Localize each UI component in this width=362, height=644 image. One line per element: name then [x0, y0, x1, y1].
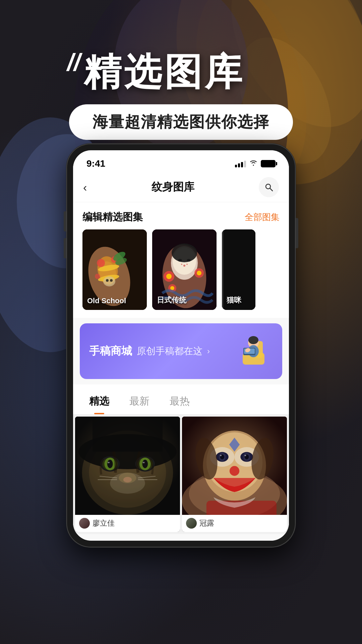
tiger-card-footer: 廖立佳: [75, 515, 180, 532]
svg-point-28: [172, 244, 197, 262]
phone-mockup: 9:41: [67, 144, 295, 547]
svg-point-60: [108, 462, 110, 463]
wifi-icon: [249, 159, 257, 168]
back-button[interactable]: ‹: [83, 181, 87, 194]
hero-title: 精选图库: [84, 47, 245, 98]
image-grid: 廖立佳: [73, 415, 289, 534]
editor-picks-section: 编辑精选图集 全部图集: [73, 202, 289, 229]
svg-rect-41: [222, 229, 223, 310]
signal-bar-4: [244, 161, 246, 167]
quote-marks: //: [67, 50, 80, 74]
author-name-liao: 廖立佳: [93, 518, 115, 528]
gallery-scroll[interactable]: Old School: [73, 229, 289, 318]
svg-point-14: [97, 259, 105, 267]
svg-point-38: [181, 264, 182, 265]
card-label-japanese: 日式传统: [157, 295, 186, 305]
svg-point-84: [220, 455, 222, 456]
promo-banner[interactable]: 手稿商城 原创手稿都在这 ›: [80, 323, 282, 379]
signal-bar-2: [238, 163, 240, 167]
svg-point-29: [178, 259, 182, 262]
tab-hottest[interactable]: 最热: [163, 391, 196, 414]
banner-text-group: 手稿商城 原创手稿都在这 ›: [89, 344, 210, 359]
signal-bar-1: [235, 165, 237, 167]
hero-subtitle-badge: 海量超清精选图供你选择: [69, 104, 293, 140]
gallery-card-japanese[interactable]: 日式传统: [152, 229, 217, 310]
svg-point-88: [244, 455, 246, 456]
status-icons: [235, 159, 276, 168]
author-name-guan: 冠露: [199, 518, 214, 528]
banner-arrow: ›: [207, 346, 210, 356]
avatar-liao: [79, 518, 90, 529]
signal-bar-3: [241, 162, 243, 167]
phone-screen: 9:41: [73, 150, 289, 541]
svg-line-9: [270, 189, 273, 191]
main-content: 编辑精选图集 全部图集: [73, 202, 289, 541]
card-label-cat: 猫咪: [227, 295, 241, 305]
svg-point-45: [248, 336, 258, 344]
banner-subtitle: 原创手稿都在这: [137, 345, 202, 358]
svg-point-39: [186, 264, 188, 265]
signal-bars: [235, 160, 246, 167]
svg-point-34: [197, 271, 201, 275]
svg-point-64: [142, 460, 148, 468]
svg-point-32: [166, 274, 172, 279]
status-time: 9:41: [86, 158, 105, 169]
joker-card-footer: 冠露: [182, 515, 287, 532]
tab-featured[interactable]: 精选: [82, 391, 116, 414]
view-all-link[interactable]: 全部图集: [245, 211, 280, 223]
battery-icon: [261, 160, 276, 167]
svg-point-55: [78, 434, 177, 469]
banner-figure: [236, 333, 273, 370]
search-button[interactable]: [259, 177, 279, 197]
joker-image: [182, 417, 287, 515]
page-title: 纹身图库: [152, 180, 194, 195]
svg-point-30: [187, 259, 191, 262]
phone-frame: 9:41: [67, 144, 295, 547]
banner-title: 手稿商城: [89, 344, 132, 359]
svg-point-59: [107, 460, 113, 468]
svg-point-68: [110, 473, 145, 494]
nav-bar: ‹ 纹身图库: [73, 172, 289, 202]
svg-point-90: [230, 466, 239, 476]
svg-point-22: [106, 279, 109, 282]
search-icon: [264, 182, 274, 192]
content-tabs: 精选 最新 最热: [73, 384, 289, 415]
status-bar: 9:41: [73, 150, 289, 172]
card-label-old-school: Old School: [87, 297, 126, 305]
tiger-image: [75, 417, 180, 515]
tab-latest[interactable]: 最新: [123, 391, 156, 414]
avatar-guan: [186, 518, 197, 529]
svg-point-21: [103, 276, 115, 286]
grid-card-tiger[interactable]: 廖立佳: [75, 417, 180, 532]
gallery-card-old-school[interactable]: Old School: [82, 229, 147, 310]
svg-point-65: [142, 462, 144, 463]
hero-subtitle-text: 海量超清精选图供你选择: [93, 112, 269, 132]
svg-point-23: [110, 279, 113, 282]
gallery-card-cat[interactable]: 猫咪: [222, 229, 255, 310]
svg-point-37: [183, 265, 185, 267]
section-title: 编辑精选图集: [82, 210, 143, 224]
grid-card-joker[interactable]: 冠露: [182, 417, 287, 532]
